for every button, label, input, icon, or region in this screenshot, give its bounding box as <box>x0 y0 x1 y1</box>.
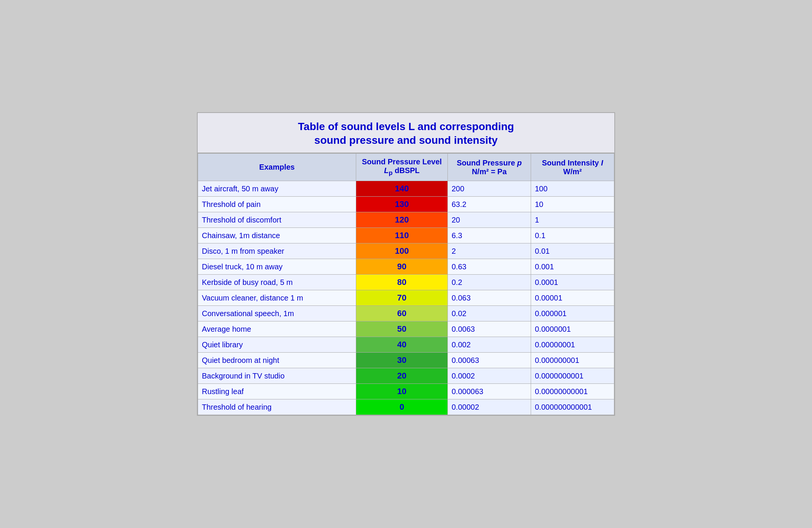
level-cell: 20 <box>356 368 448 384</box>
example-cell: Threshold of hearing <box>198 399 356 415</box>
example-cell: Background in TV studio <box>198 368 356 384</box>
sound-intensity-cell: 1 <box>531 212 614 228</box>
table-row: Conversational speech, 1m600.020.000001 <box>198 306 614 321</box>
table-row: Vacuum cleaner, distance 1 m700.0630.000… <box>198 290 614 306</box>
table-row: Jet aircraft, 50 m away140200100 <box>198 181 614 197</box>
sound-intensity-cell: 0.000000000001 <box>531 399 614 415</box>
example-cell: Quiet library <box>198 337 356 353</box>
sound-intensity-cell: 100 <box>531 181 614 197</box>
example-cell: Average home <box>198 321 356 337</box>
table-row: Kerbside of busy road, 5 m800.20.0001 <box>198 275 614 290</box>
header-spl: Sound Pressure Level Lp dBSPL <box>356 154 448 181</box>
table-header-row: Examples Sound Pressure Level Lp dBSPL S… <box>198 154 614 181</box>
level-cell: 30 <box>356 353 448 368</box>
sound-pressure-cell: 0.63 <box>447 259 531 275</box>
title-line1: Table of sound levels L and correspondin… <box>298 121 514 132</box>
sound-pressure-cell: 0.02 <box>447 306 531 321</box>
table-row: Threshold of pain13063.210 <box>198 197 614 212</box>
example-cell: Jet aircraft, 50 m away <box>198 181 356 197</box>
example-cell: Kerbside of busy road, 5 m <box>198 275 356 290</box>
level-cell: 140 <box>356 181 448 197</box>
example-cell: Chainsaw, 1m distance <box>198 228 356 243</box>
level-cell: 70 <box>356 290 448 306</box>
sound-pressure-cell: 0.0063 <box>447 321 531 337</box>
sound-intensity-cell: 0.000001 <box>531 306 614 321</box>
sound-intensity-cell: 0.0000000001 <box>531 368 614 384</box>
sound-pressure-cell: 0.0002 <box>447 368 531 384</box>
level-cell: 50 <box>356 321 448 337</box>
sound-pressure-cell: 6.3 <box>447 228 531 243</box>
table-row: Disco, 1 m from speaker10020.01 <box>198 243 614 259</box>
example-cell: Disco, 1 m from speaker <box>198 243 356 259</box>
example-cell: Diesel truck, 10 m away <box>198 259 356 275</box>
sound-intensity-cell: 0.1 <box>531 228 614 243</box>
table-row: Threshold of discomfort120201 <box>198 212 614 228</box>
level-cell: 60 <box>356 306 448 321</box>
sound-pressure-cell: 63.2 <box>447 197 531 212</box>
table-title: Table of sound levels L and correspondin… <box>198 113 614 154</box>
sound-intensity-cell: 0.0001 <box>531 275 614 290</box>
sound-intensity-cell: 0.01 <box>531 243 614 259</box>
level-cell: 100 <box>356 243 448 259</box>
example-cell: Conversational speech, 1m <box>198 306 356 321</box>
level-cell: 10 <box>356 384 448 399</box>
table-row: Diesel truck, 10 m away900.630.001 <box>198 259 614 275</box>
level-cell: 40 <box>356 337 448 353</box>
example-cell: Vacuum cleaner, distance 1 m <box>198 290 356 306</box>
example-cell: Quiet bedroom at night <box>198 353 356 368</box>
table-row: Chainsaw, 1m distance1106.30.1 <box>198 228 614 243</box>
sound-intensity-cell: 0.00001 <box>531 290 614 306</box>
sound-intensity-cell: 10 <box>531 197 614 212</box>
sound-intensity-cell: 0.0000001 <box>531 321 614 337</box>
sound-pressure-cell: 0.000063 <box>447 384 531 399</box>
level-cell: 80 <box>356 275 448 290</box>
example-cell: Rustling leaf <box>198 384 356 399</box>
sound-intensity-cell: 0.000000001 <box>531 353 614 368</box>
table-body: Jet aircraft, 50 m away140200100Threshol… <box>198 181 614 415</box>
sound-pressure-cell: 0.00002 <box>447 399 531 415</box>
level-cell: 90 <box>356 259 448 275</box>
sound-pressure-cell: 0.002 <box>447 337 531 353</box>
sound-intensity-cell: 0.00000001 <box>531 337 614 353</box>
example-cell: Threshold of pain <box>198 197 356 212</box>
sound-pressure-cell: 200 <box>447 181 531 197</box>
sound-levels-table: Table of sound levels L and correspondin… <box>197 112 615 416</box>
sound-pressure-cell: 0.063 <box>447 290 531 306</box>
sound-pressure-cell: 20 <box>447 212 531 228</box>
title-line2: sound pressure and sound intensity <box>314 134 498 146</box>
header-examples: Examples <box>198 154 356 181</box>
sound-intensity-cell: 0.00000000001 <box>531 384 614 399</box>
table-row: Quiet bedroom at night300.000630.0000000… <box>198 353 614 368</box>
table-row: Background in TV studio200.00020.0000000… <box>198 368 614 384</box>
sound-pressure-cell: 2 <box>447 243 531 259</box>
table-row: Quiet library400.0020.00000001 <box>198 337 614 353</box>
table-row: Threshold of hearing00.000020.0000000000… <box>198 399 614 415</box>
level-cell: 0 <box>356 399 448 415</box>
sound-pressure-cell: 0.2 <box>447 275 531 290</box>
table-row: Rustling leaf100.0000630.00000000001 <box>198 384 614 399</box>
header-sp: Sound Pressure pN/m² = Pa <box>447 154 531 181</box>
sound-pressure-cell: 0.00063 <box>447 353 531 368</box>
example-cell: Threshold of discomfort <box>198 212 356 228</box>
header-si: Sound Intensity IW/m² <box>531 154 614 181</box>
level-cell: 120 <box>356 212 448 228</box>
table-row: Average home500.00630.0000001 <box>198 321 614 337</box>
level-cell: 110 <box>356 228 448 243</box>
sound-intensity-cell: 0.001 <box>531 259 614 275</box>
level-cell: 130 <box>356 197 448 212</box>
